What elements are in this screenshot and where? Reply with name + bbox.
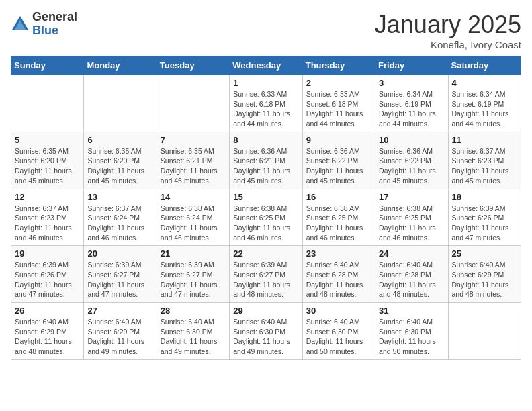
logo-blue-text: Blue — [32, 24, 77, 38]
week-row-1: 1Sunrise: 6:33 AMSunset: 6:18 PMDaylight… — [11, 75, 521, 132]
day-cell-18: 18Sunrise: 6:39 AMSunset: 6:26 PMDayligh… — [448, 189, 521, 246]
day-number: 23 — [306, 248, 371, 259]
title-block: January 2025 Konefla, Ivory Coast — [375, 11, 521, 50]
day-number: 8 — [233, 135, 298, 145]
day-info: Sunrise: 6:39 AMSunset: 6:26 PMDaylight:… — [15, 260, 80, 300]
day-number: 3 — [379, 78, 444, 88]
logo-general-text: General — [32, 11, 77, 24]
day-number: 5 — [15, 135, 80, 145]
day-info: Sunrise: 6:38 AMSunset: 6:25 PMDaylight:… — [306, 203, 371, 243]
empty-cell — [448, 303, 521, 360]
day-info: Sunrise: 6:40 AMSunset: 6:30 PMDaylight:… — [233, 317, 298, 357]
week-row-3: 12Sunrise: 6:37 AMSunset: 6:23 PMDayligh… — [11, 189, 521, 246]
day-number: 2 — [306, 78, 371, 88]
day-cell-28: 28Sunrise: 6:40 AMSunset: 6:30 PMDayligh… — [157, 303, 229, 360]
day-cell-14: 14Sunrise: 6:38 AMSunset: 6:24 PMDayligh… — [157, 189, 229, 246]
day-info: Sunrise: 6:39 AMSunset: 6:27 PMDaylight:… — [161, 260, 226, 300]
day-info: Sunrise: 6:40 AMSunset: 6:28 PMDaylight:… — [306, 260, 371, 300]
day-info: Sunrise: 6:37 AMSunset: 6:24 PMDaylight:… — [87, 203, 152, 243]
day-info: Sunrise: 6:35 AMSunset: 6:20 PMDaylight:… — [87, 146, 152, 186]
day-info: Sunrise: 6:38 AMSunset: 6:25 PMDaylight:… — [233, 203, 298, 243]
day-number: 10 — [379, 135, 444, 145]
day-number: 27 — [87, 306, 152, 316]
day-number: 17 — [379, 192, 444, 202]
logo: General Blue — [11, 11, 77, 38]
day-cell-1: 1Sunrise: 6:33 AMSunset: 6:18 PMDaylight… — [230, 75, 302, 132]
day-number: 29 — [233, 306, 298, 316]
day-info: Sunrise: 6:37 AMSunset: 6:23 PMDaylight:… — [452, 146, 517, 186]
logo-text: General Blue — [32, 11, 77, 38]
day-info: Sunrise: 6:34 AMSunset: 6:19 PMDaylight:… — [452, 89, 517, 129]
day-info: Sunrise: 6:39 AMSunset: 6:26 PMDaylight:… — [452, 203, 517, 243]
day-cell-26: 26Sunrise: 6:40 AMSunset: 6:29 PMDayligh… — [11, 303, 84, 360]
empty-cell — [157, 75, 229, 132]
day-number: 16 — [306, 192, 371, 202]
weekday-header-monday: Monday — [84, 56, 157, 75]
day-number: 18 — [452, 192, 517, 202]
day-number: 12 — [15, 192, 80, 202]
day-cell-17: 17Sunrise: 6:38 AMSunset: 6:25 PMDayligh… — [375, 189, 448, 246]
day-info: Sunrise: 6:36 AMSunset: 6:21 PMDaylight:… — [233, 146, 298, 186]
day-info: Sunrise: 6:40 AMSunset: 6:29 PMDaylight:… — [87, 317, 152, 357]
day-cell-22: 22Sunrise: 6:39 AMSunset: 6:27 PMDayligh… — [230, 246, 302, 303]
day-number: 30 — [306, 306, 371, 316]
empty-cell — [84, 75, 157, 132]
day-info: Sunrise: 6:38 AMSunset: 6:25 PMDaylight:… — [379, 203, 444, 243]
weekday-header-friday: Friday — [375, 56, 448, 75]
page-header: General Blue January 2025 Konefla, Ivory… — [11, 11, 521, 50]
day-cell-20: 20Sunrise: 6:39 AMSunset: 6:27 PMDayligh… — [84, 246, 157, 303]
day-info: Sunrise: 6:40 AMSunset: 6:30 PMDaylight:… — [306, 317, 371, 357]
day-cell-19: 19Sunrise: 6:39 AMSunset: 6:26 PMDayligh… — [11, 246, 84, 303]
week-row-5: 26Sunrise: 6:40 AMSunset: 6:29 PMDayligh… — [11, 303, 521, 360]
day-cell-15: 15Sunrise: 6:38 AMSunset: 6:25 PMDayligh… — [230, 189, 302, 246]
weekday-header-wednesday: Wednesday — [230, 56, 302, 75]
day-number: 1 — [233, 78, 298, 88]
day-info: Sunrise: 6:38 AMSunset: 6:24 PMDaylight:… — [161, 203, 226, 243]
day-info: Sunrise: 6:34 AMSunset: 6:19 PMDaylight:… — [379, 89, 444, 129]
day-number: 25 — [452, 248, 517, 259]
day-info: Sunrise: 6:40 AMSunset: 6:30 PMDaylight:… — [379, 317, 444, 357]
day-cell-31: 31Sunrise: 6:40 AMSunset: 6:30 PMDayligh… — [375, 303, 448, 360]
day-number: 15 — [233, 192, 298, 202]
week-row-4: 19Sunrise: 6:39 AMSunset: 6:26 PMDayligh… — [11, 246, 521, 303]
day-info: Sunrise: 6:35 AMSunset: 6:20 PMDaylight:… — [15, 146, 80, 186]
day-cell-21: 21Sunrise: 6:39 AMSunset: 6:27 PMDayligh… — [157, 246, 229, 303]
day-number: 7 — [161, 135, 226, 145]
day-cell-2: 2Sunrise: 6:33 AMSunset: 6:18 PMDaylight… — [302, 75, 375, 132]
day-cell-8: 8Sunrise: 6:36 AMSunset: 6:21 PMDaylight… — [230, 132, 302, 189]
day-info: Sunrise: 6:40 AMSunset: 6:30 PMDaylight:… — [161, 317, 226, 357]
day-number: 22 — [233, 248, 298, 259]
weekday-header-saturday: Saturday — [448, 56, 521, 75]
day-info: Sunrise: 6:35 AMSunset: 6:21 PMDaylight:… — [161, 146, 226, 186]
logo-icon — [11, 15, 30, 34]
weekday-header-row: SundayMondayTuesdayWednesdayThursdayFrid… — [11, 56, 521, 75]
calendar-table: SundayMondayTuesdayWednesdayThursdayFrid… — [11, 56, 521, 360]
day-cell-9: 9Sunrise: 6:36 AMSunset: 6:22 PMDaylight… — [302, 132, 375, 189]
day-number: 11 — [452, 135, 517, 145]
day-number: 26 — [15, 306, 80, 316]
day-info: Sunrise: 6:36 AMSunset: 6:22 PMDaylight:… — [379, 146, 444, 186]
day-cell-30: 30Sunrise: 6:40 AMSunset: 6:30 PMDayligh… — [302, 303, 375, 360]
day-cell-4: 4Sunrise: 6:34 AMSunset: 6:19 PMDaylight… — [448, 75, 521, 132]
day-cell-25: 25Sunrise: 6:40 AMSunset: 6:29 PMDayligh… — [448, 246, 521, 303]
day-number: 9 — [306, 135, 371, 145]
day-cell-27: 27Sunrise: 6:40 AMSunset: 6:29 PMDayligh… — [84, 303, 157, 360]
day-number: 31 — [379, 306, 444, 316]
day-cell-16: 16Sunrise: 6:38 AMSunset: 6:25 PMDayligh… — [302, 189, 375, 246]
day-number: 21 — [161, 248, 226, 259]
day-cell-13: 13Sunrise: 6:37 AMSunset: 6:24 PMDayligh… — [84, 189, 157, 246]
day-number: 20 — [87, 248, 152, 259]
weekday-header-tuesday: Tuesday — [157, 56, 229, 75]
day-cell-12: 12Sunrise: 6:37 AMSunset: 6:23 PMDayligh… — [11, 189, 84, 246]
day-cell-5: 5Sunrise: 6:35 AMSunset: 6:20 PMDaylight… — [11, 132, 84, 189]
day-number: 4 — [452, 78, 517, 88]
day-cell-6: 6Sunrise: 6:35 AMSunset: 6:20 PMDaylight… — [84, 132, 157, 189]
day-number: 19 — [15, 248, 80, 259]
day-cell-10: 10Sunrise: 6:36 AMSunset: 6:22 PMDayligh… — [375, 132, 448, 189]
day-info: Sunrise: 6:33 AMSunset: 6:18 PMDaylight:… — [233, 89, 298, 129]
calendar-subtitle: Konefla, Ivory Coast — [375, 39, 521, 50]
day-cell-23: 23Sunrise: 6:40 AMSunset: 6:28 PMDayligh… — [302, 246, 375, 303]
week-row-2: 5Sunrise: 6:35 AMSunset: 6:20 PMDaylight… — [11, 132, 521, 189]
day-number: 28 — [161, 306, 226, 316]
day-cell-29: 29Sunrise: 6:40 AMSunset: 6:30 PMDayligh… — [230, 303, 302, 360]
